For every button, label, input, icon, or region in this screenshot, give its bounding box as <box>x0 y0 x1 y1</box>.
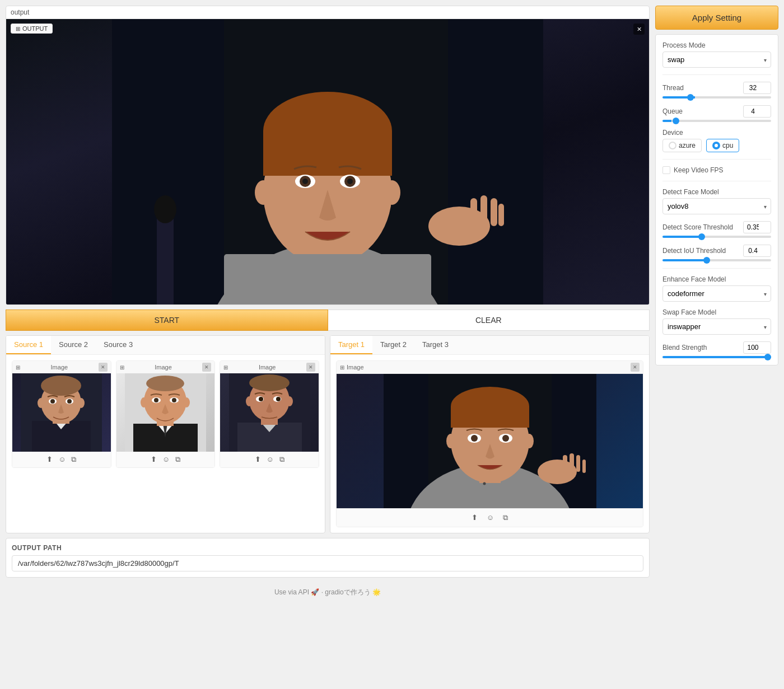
svg-rect-83 <box>582 460 586 473</box>
target-tab-3[interactable]: Target 3 <box>414 336 456 354</box>
blend-strength-setting: Blend Strength <box>662 341 771 358</box>
upload-icon-2[interactable]: ⬆ <box>151 455 157 464</box>
device-azure-option[interactable]: azure <box>662 139 702 152</box>
thread-label: Thread <box>662 84 684 92</box>
svg-point-16 <box>255 180 272 205</box>
source-image-2-actions: ⬆ ☺ ⧉ <box>116 452 215 467</box>
swap-face-model-select-wrapper: inswapper simswap ▾ <box>662 318 771 335</box>
svg-point-12 <box>302 179 308 184</box>
source-image-3-close[interactable]: ✕ <box>306 363 315 372</box>
clear-button[interactable]: CLEAR <box>328 310 650 331</box>
svg-point-35 <box>67 399 72 404</box>
footer-emoji1: 🚀 <box>311 588 319 596</box>
svg-point-73 <box>471 435 478 442</box>
svg-point-61 <box>246 396 253 406</box>
device-cpu-label: cpu <box>722 142 733 149</box>
upload-icon-1[interactable]: ⬆ <box>46 455 53 464</box>
output-tab-label: ⊞ OUTPUT <box>11 24 53 34</box>
svg-rect-2 <box>448 19 543 304</box>
detect-face-model-setting: Detect Face Model yolov8 retinaface scrf… <box>662 188 771 214</box>
output-title: output <box>11 8 29 16</box>
queue-input[interactable] <box>743 105 771 118</box>
svg-point-15 <box>347 179 353 184</box>
svg-point-77 <box>525 434 534 448</box>
device-options: azure cpu <box>662 139 771 152</box>
swap-face-model-select[interactable]: inswapper simswap <box>662 318 771 335</box>
target-tab-1[interactable]: Target 1 <box>330 336 372 354</box>
svg-point-4 <box>154 195 176 223</box>
svg-point-36 <box>38 398 44 408</box>
target-image-body <box>337 374 643 508</box>
process-mode-label: Process Mode <box>662 41 771 49</box>
enhance-face-model-select[interactable]: codeformer gfpgan none <box>662 285 771 302</box>
target-panel: Target 1 Target 2 Target 3 ⊞ Image ✕ <box>330 335 650 533</box>
source-image-card-3: ⊞ Image ✕ <box>220 360 319 468</box>
target-image-actions: ⬆ ☺ ⧉ <box>337 508 643 527</box>
target-image-close[interactable]: ✕ <box>631 363 640 372</box>
svg-point-46 <box>154 398 158 402</box>
preview-icon-1[interactable]: ☺ <box>58 455 66 464</box>
source-image-1-close[interactable]: ✕ <box>99 363 108 372</box>
svg-point-75 <box>502 435 509 442</box>
queue-slider[interactable] <box>662 120 771 122</box>
apply-setting-button[interactable]: Apply Setting <box>655 6 778 30</box>
queue-label: Queue <box>662 107 683 115</box>
process-mode-select[interactable]: swap merge enhance <box>662 51 771 68</box>
source-tab-2[interactable]: Source 2 <box>51 336 96 354</box>
start-button[interactable]: START <box>6 310 328 331</box>
keep-fps-label: Keep Video FPS <box>674 166 724 174</box>
output-path-input[interactable] <box>12 555 643 571</box>
svg-rect-21 <box>480 195 487 226</box>
thread-setting: Thread <box>662 82 771 99</box>
source-tab-1[interactable]: Source 1 <box>6 336 51 354</box>
svg-rect-3 <box>157 215 174 304</box>
enhance-face-model-setting: Enhance Face Model codeformer gfpgan non… <box>662 275 771 302</box>
thread-input[interactable] <box>743 82 771 94</box>
output-header: output <box>6 6 649 19</box>
detect-score-slider[interactable] <box>662 236 771 238</box>
output-image-area: ✕ <box>6 19 649 304</box>
svg-point-49 <box>141 397 147 407</box>
detect-iou-slider[interactable] <box>662 259 771 261</box>
footer-text2: gradioで作ろう <box>325 588 370 596</box>
target-upload-icon[interactable]: ⬆ <box>472 513 478 522</box>
preview-icon-3[interactable]: ☺ <box>267 455 274 464</box>
source-tab-3[interactable]: Source 3 <box>96 336 141 354</box>
output-corner-button[interactable]: ✕ <box>633 24 645 35</box>
settings-card: Process Mode swap merge enhance ▾ Thread <box>655 34 778 365</box>
detect-score-label: Detect Score Threshold <box>662 223 733 231</box>
copy-icon-1[interactable]: ⧉ <box>71 455 76 464</box>
copy-icon-2[interactable]: ⧉ <box>175 455 180 464</box>
target-preview-icon[interactable]: ☺ <box>487 513 494 522</box>
source-image-1-actions: ⬆ ☺ ⧉ <box>12 452 111 467</box>
source-image-3-actions: ⬆ ☺ ⧉ <box>220 452 319 467</box>
device-cpu-option[interactable]: cpu <box>706 139 739 152</box>
detect-face-model-select-wrapper: yolov8 retinaface scrfd ▾ <box>662 198 771 214</box>
detect-face-model-select[interactable]: yolov8 retinaface scrfd <box>662 198 771 214</box>
svg-point-56 <box>249 374 290 391</box>
device-cpu-checkbox <box>712 142 720 149</box>
copy-icon-3[interactable]: ⧉ <box>279 455 284 464</box>
process-mode-select-wrapper: swap merge enhance ▾ <box>662 51 771 68</box>
target-copy-icon[interactable]: ⧉ <box>503 513 508 522</box>
detect-iou-input[interactable] <box>743 245 771 257</box>
source-tab-header: Source 1 Source 2 Source 3 <box>6 336 325 355</box>
footer-emoji2: 🌟 <box>372 588 381 596</box>
source-image-2-close[interactable]: ✕ <box>202 363 211 372</box>
svg-point-62 <box>286 396 293 406</box>
thread-slider[interactable] <box>662 96 771 99</box>
blend-strength-slider[interactable] <box>662 356 771 358</box>
footer-separator: · <box>321 588 323 596</box>
action-buttons: START CLEAR <box>6 310 650 331</box>
svg-point-17 <box>384 180 400 205</box>
keep-fps-checkbox[interactable] <box>662 166 670 174</box>
svg-rect-24 <box>224 254 431 304</box>
source-image-3-body <box>220 373 319 452</box>
preview-icon-2[interactable]: ☺ <box>162 455 170 464</box>
target-tab-2[interactable]: Target 2 <box>372 336 414 354</box>
blend-strength-input[interactable] <box>743 341 771 354</box>
detect-score-input[interactable] <box>743 221 771 233</box>
source-image-1-body <box>12 373 111 452</box>
upload-icon-3[interactable]: ⬆ <box>255 455 261 464</box>
svg-point-48 <box>172 398 176 402</box>
